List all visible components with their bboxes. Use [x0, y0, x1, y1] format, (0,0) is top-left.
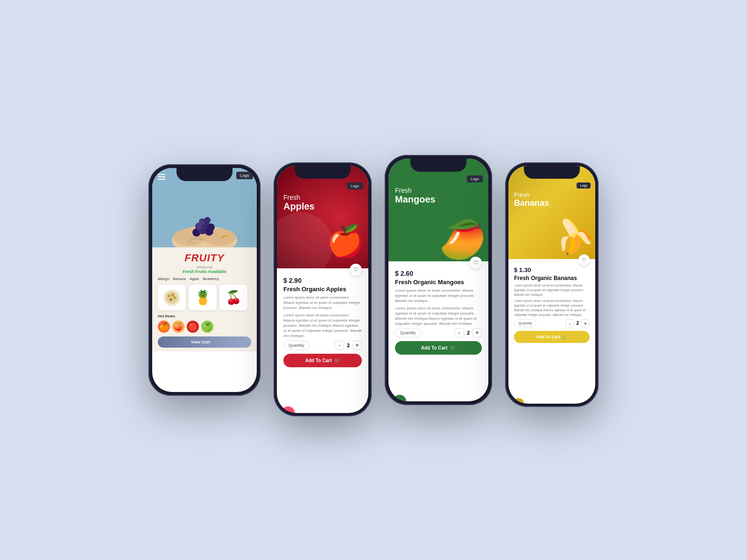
deal-1[interactable]: 🍊	[158, 321, 170, 333]
phone-3-screen: Logo Fresh Mangoes 🥭 ← ♡ $ 2.60 Fresh Or…	[388, 159, 488, 401]
p3-wishlist-icon: ♡	[473, 259, 479, 266]
p2-hero: Logo Fresh Apples 🍎	[277, 166, 368, 268]
p4-logo: Logo	[577, 182, 591, 189]
p4-back-button[interactable]: ←	[512, 398, 524, 404]
p2-cart-icon: 🛒	[334, 358, 340, 363]
p1-seasonal: Seasonal	[158, 265, 251, 269]
notch-3	[410, 159, 466, 172]
p1-brand: FRUITY	[158, 252, 251, 264]
p3-qty-minus[interactable]: -	[455, 328, 464, 337]
p3-wishlist-button[interactable]: ♡	[470, 257, 482, 269]
cat-banana[interactable]: Banana	[173, 277, 186, 281]
p3-back-button[interactable]: ←	[393, 395, 406, 401]
p4-desc-2: Lorem ipsum dolor sit amet consectetur. …	[514, 299, 590, 317]
p3-price: $ 2.60	[395, 270, 482, 277]
svg-rect-12	[158, 174, 165, 175]
p3-add-to-cart-button[interactable]: Add To Cart 🛒	[395, 341, 482, 355]
phone-1-screen: Logo FRUITY Seasonal Fresh Fruits Availa…	[152, 168, 257, 392]
cat-blueberry[interactable]: Blueberry	[203, 277, 219, 281]
p1-menu-icon[interactable]	[158, 174, 165, 181]
p2-curve	[277, 212, 333, 268]
p1-hot-deals-label: Hot Deals	[158, 314, 251, 318]
p4-price: $ 1.30	[514, 266, 590, 273]
p2-logo: Logo	[347, 182, 363, 189]
p4-hero-text: Fresh Bananas	[514, 191, 549, 208]
phone-home: Logo FRUITY Seasonal Fresh Fruits Availa…	[148, 164, 261, 396]
deal-2[interactable]: 🍑	[172, 321, 184, 333]
p2-back-button[interactable]: ←	[282, 406, 295, 413]
p3-content: $ 2.60 Fresh Organic Mangoes Lorem ipsum…	[388, 261, 488, 359]
phone-apples: Logo Fresh Apples 🍎 ← ♡ $ 2.90 Fresh Org…	[274, 162, 372, 416]
phone-bananas: Logo Fresh Bananas 🍌 ← ♡ $ 1.30 Fresh Or…	[505, 162, 599, 407]
svg-rect-13	[158, 176, 165, 177]
p3-qty-controls: - 2 +	[455, 328, 482, 337]
p4-qty-minus[interactable]: -	[565, 319, 574, 328]
p4-wishlist-icon: ♡	[582, 257, 586, 263]
p4-qty-controls: - 2 +	[565, 319, 590, 328]
p3-quantity-label: Quantity	[395, 328, 421, 337]
p2-name: Apples	[283, 201, 315, 212]
p2-qty-value: 2	[347, 343, 350, 348]
phones-container: Logo FRUITY Seasonal Fresh Fruits Availa…	[148, 144, 599, 416]
p3-add-cart-label: Add To Cart	[421, 345, 447, 350]
view-cart-label: View Cart	[191, 340, 210, 344]
p2-product-name: Fresh Organic Apples	[283, 286, 362, 293]
cat-mango[interactable]: Mango	[158, 277, 169, 281]
svg-point-19	[173, 296, 176, 299]
p4-add-to-cart-button[interactable]: Add To Cart 🛒	[514, 331, 590, 343]
cart-icon: 🛒	[213, 340, 218, 344]
p3-back-icon: ←	[397, 398, 402, 401]
p4-cart-icon: 🛒	[562, 335, 567, 339]
p4-quantity-label: Quantity	[514, 319, 536, 327]
notch-4	[524, 166, 580, 179]
p4-qty-plus[interactable]: +	[581, 319, 590, 328]
p1-deals-row: 🍊 🍑 🔴 🍏	[158, 321, 251, 333]
p2-qty-minus[interactable]: -	[335, 341, 344, 350]
p2-qty-plus[interactable]: +	[352, 341, 362, 350]
fruit-card-1[interactable]	[158, 285, 186, 310]
svg-rect-14	[158, 179, 165, 180]
svg-point-17	[168, 294, 170, 297]
p2-qty-controls: - 2 +	[335, 341, 362, 350]
p2-add-to-cart-button[interactable]: Add To Cart 🛒	[283, 354, 362, 367]
p1-fresh-label: Fresh Fruits Available	[158, 269, 251, 274]
p4-content: $ 1.30 Fresh Organic Bananas Lorem ipsum…	[508, 259, 595, 347]
p4-hero: Logo Fresh Bananas 🍌	[508, 166, 595, 259]
cat-apple[interactable]: Apple	[190, 277, 199, 281]
notch-1	[176, 168, 233, 181]
p3-logo: Logo	[467, 175, 483, 182]
svg-point-16	[166, 292, 178, 304]
p4-wishlist-button[interactable]: ♡	[578, 254, 590, 266]
p2-desc-1: Lorem ipsum dolor sit amet consectetur. …	[283, 295, 362, 311]
p3-hero: Logo Fresh Mangoes 🥭	[388, 159, 488, 261]
p4-name: Bananas	[514, 198, 549, 208]
deal-4[interactable]: 🍏	[201, 321, 213, 333]
p2-price: $ 2.90	[283, 277, 362, 284]
fruit-card-2[interactable]: 🍍	[189, 285, 217, 310]
svg-point-20	[169, 298, 172, 301]
p2-wishlist-icon: ♡	[353, 266, 359, 273]
p2-add-cart-label: Add To Cart	[305, 358, 331, 363]
notch-2	[295, 166, 351, 179]
p3-qty-plus[interactable]: +	[472, 328, 482, 337]
p3-hero-text: Fresh Mangoes	[395, 187, 436, 205]
p1-fruits-grid: 🍍 🍒	[158, 285, 251, 310]
p3-qty-value: 2	[467, 330, 470, 336]
p4-product-name: Fresh Organic Bananas	[514, 275, 590, 281]
p2-quantity-row: Quantity - 2 +	[283, 341, 362, 350]
p3-mango-emoji: 🥭	[439, 217, 486, 261]
p1-content: FRUITY Seasonal Fresh Fruits Available M…	[152, 247, 257, 351]
view-cart-button[interactable]: View Cart 🛒	[158, 336, 251, 348]
p1-logo-badge: Logo	[236, 172, 253, 179]
p2-wishlist-button[interactable]: ♡	[350, 264, 362, 276]
p3-desc-1: Lorem ipsum dolor sit amet consectetur. …	[395, 288, 482, 304]
p3-fresh: Fresh	[395, 187, 436, 194]
phone-2-screen: Logo Fresh Apples 🍎 ← ♡ $ 2.90 Fresh Org…	[277, 166, 368, 413]
p4-fresh: Fresh	[514, 191, 549, 198]
p2-fresh: Fresh	[283, 194, 315, 201]
p3-desc-2: Lorem ipsum dolor sit amet consectetur. …	[395, 306, 482, 327]
p3-quantity-row: Quantity - 2 +	[395, 328, 482, 337]
p2-desc-2: Lorem ipsum dolor sit amet consectetur. …	[283, 313, 362, 339]
deal-3[interactable]: 🔴	[187, 321, 199, 333]
fruit-card-3[interactable]: 🍒	[219, 285, 247, 310]
